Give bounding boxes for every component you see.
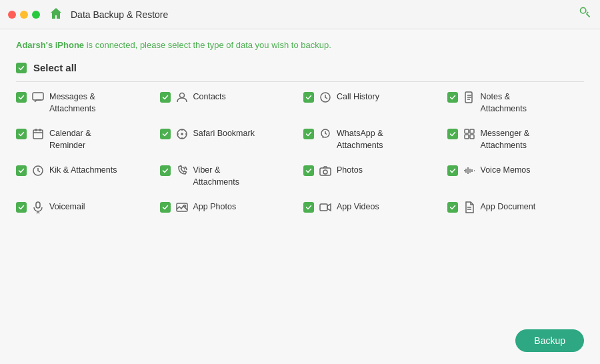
calendar-icon bbox=[32, 128, 44, 140]
item-label-whatsapp: WhatsApp &Attachments bbox=[337, 128, 383, 151]
checkbox-contacts[interactable] bbox=[160, 92, 171, 103]
checkbox-viber[interactable] bbox=[160, 165, 171, 176]
svg-point-7 bbox=[181, 133, 183, 135]
banner-message: is connected, please select the type of … bbox=[84, 40, 331, 50]
checkbox-voicemail[interactable] bbox=[16, 202, 27, 213]
backup-button-wrap: Backup bbox=[515, 329, 584, 352]
svg-rect-11 bbox=[465, 135, 469, 139]
svg-point-15 bbox=[323, 170, 327, 174]
svg-point-0 bbox=[581, 8, 586, 13]
checkbox-call-history[interactable] bbox=[303, 92, 314, 103]
item-label-app-document: App Document bbox=[481, 201, 536, 213]
title-bar: Data Backup & Restore bbox=[0, 0, 600, 29]
item-viber[interactable]: Viber &Attachments bbox=[160, 165, 297, 188]
item-label-photos: Photos bbox=[337, 165, 363, 177]
item-photos[interactable]: Photos bbox=[303, 165, 441, 188]
mic-icon bbox=[32, 201, 44, 213]
backup-button[interactable]: Backup bbox=[515, 329, 584, 352]
item-app-videos[interactable]: App Videos bbox=[303, 201, 441, 213]
clock-icon bbox=[319, 91, 331, 103]
item-label-voice-memos: Voice Memos bbox=[481, 165, 531, 177]
maximize-button[interactable] bbox=[32, 11, 40, 19]
svg-rect-16 bbox=[36, 202, 40, 208]
svg-rect-5 bbox=[33, 130, 43, 139]
item-label-safari: Safari Bookmark bbox=[193, 128, 255, 140]
close-button[interactable] bbox=[8, 11, 16, 19]
clock-rotate-icon bbox=[32, 165, 44, 177]
checkbox-messages[interactable] bbox=[16, 92, 27, 103]
svg-point-6 bbox=[177, 129, 187, 139]
key-icon bbox=[579, 6, 592, 23]
item-label-contacts: Contacts bbox=[193, 91, 226, 103]
item-label-voicemail: Voicemail bbox=[49, 201, 85, 213]
item-calendar[interactable]: Calendar &Reminder bbox=[16, 128, 153, 151]
item-label-call-history: Call History bbox=[337, 91, 379, 103]
checkbox-whatsapp[interactable] bbox=[303, 129, 314, 139]
item-voice-memos[interactable]: Voice Memos bbox=[447, 165, 585, 188]
item-label-viber: Viber &Attachments bbox=[193, 165, 239, 188]
connection-banner: Adarsh's iPhone is connected, please sel… bbox=[16, 40, 584, 50]
item-label-calendar: Calendar &Reminder bbox=[49, 128, 91, 151]
item-notes[interactable]: Notes &Attachments bbox=[447, 91, 585, 115]
camera-icon bbox=[319, 165, 331, 177]
item-voicemail[interactable]: Voicemail bbox=[16, 201, 153, 213]
person-icon bbox=[176, 91, 188, 103]
checkbox-voice-memos[interactable] bbox=[447, 165, 458, 176]
svg-rect-1 bbox=[33, 93, 43, 100]
grid-icon bbox=[463, 128, 475, 140]
svg-point-18 bbox=[183, 205, 185, 207]
checkbox-safari[interactable] bbox=[160, 129, 171, 139]
message-icon bbox=[32, 91, 44, 103]
select-all-row[interactable]: Select all bbox=[16, 62, 584, 82]
checkbox-app-photos[interactable] bbox=[160, 202, 171, 213]
checkbox-app-document[interactable] bbox=[447, 202, 458, 213]
compass-icon bbox=[176, 128, 188, 140]
item-label-kik: Kik & Attachments bbox=[49, 165, 117, 177]
item-label-app-photos: App Photos bbox=[193, 201, 237, 213]
device-name: Adarsh's iPhone bbox=[16, 40, 84, 50]
traffic-lights bbox=[8, 11, 40, 19]
checkbox-photos[interactable] bbox=[303, 165, 314, 176]
clock-chat-icon bbox=[319, 128, 331, 140]
item-label-messages: Messages &Attachments bbox=[49, 91, 95, 115]
items-grid: Messages &AttachmentsContactsCall Histor… bbox=[16, 91, 584, 213]
checkbox-calendar[interactable] bbox=[16, 129, 27, 139]
item-app-photos[interactable]: App Photos bbox=[160, 201, 297, 213]
video-icon bbox=[319, 201, 331, 213]
main-content: Adarsh's iPhone is connected, please sel… bbox=[0, 29, 600, 364]
checkbox-app-videos[interactable] bbox=[303, 202, 314, 213]
window-title: Data Backup & Restore bbox=[71, 9, 579, 20]
svg-rect-10 bbox=[470, 129, 474, 133]
item-whatsapp[interactable]: WhatsApp &Attachments bbox=[303, 128, 441, 151]
svg-point-2 bbox=[179, 93, 184, 98]
svg-rect-9 bbox=[465, 129, 469, 133]
phone-wave-icon bbox=[176, 165, 188, 177]
item-safari[interactable]: Safari Bookmark bbox=[160, 128, 297, 151]
checkbox-kik[interactable] bbox=[16, 165, 27, 176]
item-label-notes: Notes &Attachments bbox=[481, 91, 527, 115]
file-icon bbox=[463, 201, 475, 213]
waveform-icon bbox=[463, 165, 475, 177]
doc-icon bbox=[463, 91, 475, 103]
checkbox-messenger[interactable] bbox=[447, 129, 458, 139]
item-messages[interactable]: Messages &Attachments bbox=[16, 91, 153, 115]
minimize-button[interactable] bbox=[20, 11, 28, 19]
item-call-history[interactable]: Call History bbox=[303, 91, 441, 115]
item-app-document[interactable]: App Document bbox=[447, 201, 585, 213]
svg-rect-19 bbox=[320, 204, 327, 211]
svg-rect-12 bbox=[470, 135, 474, 139]
item-label-messenger: Messenger &Attachments bbox=[481, 128, 530, 151]
item-messenger[interactable]: Messenger &Attachments bbox=[447, 128, 585, 151]
item-contacts[interactable]: Contacts bbox=[160, 91, 297, 115]
item-label-app-videos: App Videos bbox=[337, 201, 379, 213]
item-kik[interactable]: Kik & Attachments bbox=[16, 165, 153, 188]
home-icon[interactable] bbox=[49, 7, 63, 23]
image-icon bbox=[176, 201, 188, 213]
select-all-label: Select all bbox=[33, 62, 77, 73]
checkbox-notes[interactable] bbox=[447, 92, 458, 103]
select-all-checkbox[interactable] bbox=[16, 63, 27, 73]
